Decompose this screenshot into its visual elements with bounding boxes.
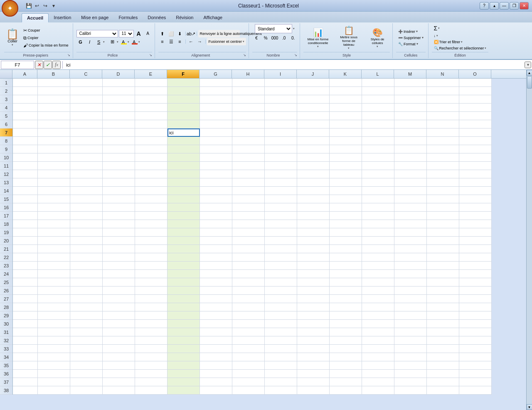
cell-E25[interactable] xyxy=(135,278,167,287)
cell-E15[interactable] xyxy=(135,195,167,203)
cell-J4[interactable] xyxy=(297,104,330,112)
cell-B31[interactable] xyxy=(38,328,70,336)
cell-M14[interactable] xyxy=(394,187,427,195)
cell-C5[interactable] xyxy=(70,112,103,120)
cell-K5[interactable] xyxy=(330,112,362,120)
col-header-e[interactable]: E xyxy=(135,70,167,78)
cell-I24[interactable] xyxy=(265,270,297,278)
cell-E9[interactable] xyxy=(135,145,167,153)
cell-D27[interactable] xyxy=(103,295,135,303)
cell-O29[interactable] xyxy=(459,311,492,320)
cell-D21[interactable] xyxy=(103,245,135,253)
cell-G18[interactable] xyxy=(200,220,232,228)
cell-E8[interactable] xyxy=(135,137,167,145)
office-button[interactable]: ✦ xyxy=(2,0,18,17)
tab-affichage[interactable]: Affichage xyxy=(198,13,227,22)
cell-B22[interactable] xyxy=(38,253,70,262)
cell-E13[interactable] xyxy=(135,178,167,187)
cell-F21[interactable] xyxy=(167,245,200,253)
cell-L21[interactable] xyxy=(362,245,394,253)
cell-N23[interactable] xyxy=(427,262,459,270)
cell-O21[interactable] xyxy=(459,245,492,253)
scroll-thumb[interactable] xyxy=(527,76,532,89)
cell-O37[interactable] xyxy=(459,378,492,386)
cell-C19[interactable] xyxy=(70,228,103,237)
cell-M34[interactable] xyxy=(394,353,427,361)
ribbon-minimize-button[interactable]: ▴ xyxy=(490,2,499,10)
cell-H21[interactable] xyxy=(232,245,265,253)
row-num-22[interactable]: 22 xyxy=(0,253,12,262)
cell-H26[interactable] xyxy=(232,287,265,295)
cell-E35[interactable] xyxy=(135,361,167,370)
cell-C17[interactable] xyxy=(70,212,103,220)
cell-K38[interactable] xyxy=(330,386,362,395)
align-middle-button[interactable]: ⬜ xyxy=(167,30,175,37)
cell-L29[interactable] xyxy=(362,311,394,320)
cell-A33[interactable] xyxy=(13,345,38,353)
cell-H10[interactable] xyxy=(232,153,265,162)
cell-E5[interactable] xyxy=(135,112,167,120)
cell-G24[interactable] xyxy=(200,270,232,278)
cell-M4[interactable] xyxy=(394,104,427,112)
number-format-dropdown-icon[interactable]: ▾ xyxy=(293,27,295,30)
cell-K16[interactable] xyxy=(330,203,362,212)
cell-M23[interactable] xyxy=(394,262,427,270)
col-header-k[interactable]: K xyxy=(329,70,362,78)
cell-J22[interactable] xyxy=(297,253,330,262)
cell-I36[interactable] xyxy=(265,370,297,378)
cell-B23[interactable] xyxy=(38,262,70,270)
cell-B16[interactable] xyxy=(38,203,70,212)
cell-B13[interactable] xyxy=(38,178,70,187)
cell-I23[interactable] xyxy=(265,262,297,270)
cell-O31[interactable] xyxy=(459,328,492,336)
cell-L30[interactable] xyxy=(362,320,394,328)
cell-G27[interactable] xyxy=(200,295,232,303)
cell-J19[interactable] xyxy=(297,228,330,237)
cell-C32[interactable] xyxy=(70,336,103,345)
row-num-18[interactable]: 18 xyxy=(0,220,12,228)
cell-C23[interactable] xyxy=(70,262,103,270)
cell-A20[interactable] xyxy=(13,237,38,245)
cell-N35[interactable] xyxy=(427,361,459,370)
cell-K37[interactable] xyxy=(330,378,362,386)
cell-C3[interactable] xyxy=(70,95,103,104)
cell-G33[interactable] xyxy=(200,345,232,353)
cell-D31[interactable] xyxy=(103,328,135,336)
cell-J20[interactable] xyxy=(297,237,330,245)
cell-F4[interactable] xyxy=(167,104,200,112)
cell-C20[interactable] xyxy=(70,237,103,245)
cell-D37[interactable] xyxy=(103,378,135,386)
cell-B19[interactable] xyxy=(38,228,70,237)
cell-K35[interactable] xyxy=(330,361,362,370)
currency-button[interactable]: € xyxy=(252,34,261,42)
cell-A5[interactable] xyxy=(13,112,38,120)
cell-G28[interactable] xyxy=(200,303,232,311)
cell-H19[interactable] xyxy=(232,228,265,237)
cell-B25[interactable] xyxy=(38,278,70,287)
underline-dropdown-icon[interactable]: ▾ xyxy=(103,40,105,44)
tab-donnees[interactable]: Données xyxy=(143,13,171,22)
cell-E30[interactable] xyxy=(135,320,167,328)
cell-E1[interactable] xyxy=(135,79,167,87)
cell-N25[interactable] xyxy=(427,278,459,287)
cell-M18[interactable] xyxy=(394,220,427,228)
cell-F22[interactable] xyxy=(167,253,200,262)
cell-H13[interactable] xyxy=(232,178,265,187)
cell-M1[interactable] xyxy=(394,79,427,87)
cell-J11[interactable] xyxy=(297,162,330,170)
cell-N31[interactable] xyxy=(427,328,459,336)
cell-N24[interactable] xyxy=(427,270,459,278)
cell-D22[interactable] xyxy=(103,253,135,262)
confirm-formula-button[interactable]: ✓ xyxy=(44,61,52,69)
cell-J30[interactable] xyxy=(297,320,330,328)
cell-L3[interactable] xyxy=(362,95,394,104)
cell-E23[interactable] xyxy=(135,262,167,270)
cell-N7[interactable] xyxy=(427,128,459,137)
cell-K4[interactable] xyxy=(330,104,362,112)
autosum-button[interactable]: Σ ▾ xyxy=(432,24,489,32)
cell-J29[interactable] xyxy=(297,311,330,320)
cell-L37[interactable] xyxy=(362,378,394,386)
cell-H20[interactable] xyxy=(232,237,265,245)
cell-K25[interactable] xyxy=(330,278,362,287)
cell-K21[interactable] xyxy=(330,245,362,253)
